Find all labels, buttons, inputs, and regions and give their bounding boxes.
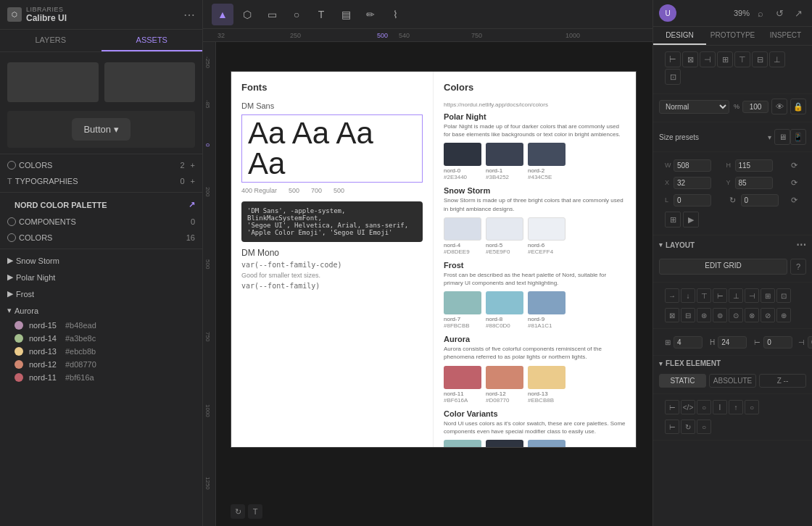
blend-mode-select[interactable]: Normal [659, 100, 729, 114]
align-btn-6[interactable]: ⊣ [745, 288, 759, 303]
pad-right-input[interactable] [808, 336, 812, 348]
polar-night-group[interactable]: ▶ Polar Night [0, 269, 202, 285]
align-top-icon[interactable]: ⊤ [734, 51, 750, 67]
y-input[interactable] [735, 177, 773, 189]
layout-section-header[interactable]: ▾ LAYOUT ⋯ [653, 235, 812, 254]
search-icon-btn[interactable]: ⌕ [753, 5, 768, 21]
tab-assets[interactable]: ASSETS [102, 30, 203, 51]
play-icon[interactable]: ▶ [683, 212, 699, 227]
typographies-section-row[interactable]: T TYPOGRAPHIES 0 + [0, 173, 202, 189]
final-btn-7[interactable]: ⊢ [665, 419, 679, 434]
flex-absolute-btn[interactable]: ABSOLUTE [709, 374, 756, 388]
edit-grid-button[interactable]: EDIT GRID [659, 259, 787, 275]
align-btn-8[interactable]: ⊡ [776, 288, 791, 303]
size-mobile-icon[interactable]: 📱 [790, 129, 806, 145]
tool-circle[interactable]: ○ [286, 4, 307, 25]
history-icon-btn[interactable]: ↺ [771, 5, 787, 21]
gap-h-input[interactable] [674, 336, 703, 348]
canvas-icon-arrows[interactable]: ↻ [231, 504, 245, 519]
grid-info-icon[interactable]: ? [790, 259, 806, 275]
frost-group[interactable]: ▶ Frost [0, 285, 202, 302]
color-item-nord14[interactable]: nord-14 #a3be8c [0, 332, 202, 345]
gap-v-input[interactable] [718, 336, 747, 348]
color-item-nord11[interactable]: nord-11 #bf616a [0, 371, 202, 384]
typographies-add-icon[interactable]: + [191, 177, 195, 185]
constrain-ratio-icon[interactable]: ⟳ [787, 159, 800, 172]
final-btn-5[interactable]: ↑ [729, 400, 743, 414]
components-section-row[interactable]: COMPONENTS 0 [0, 214, 202, 230]
align-btn-12[interactable]: ⊚ [713, 308, 727, 322]
tool-image[interactable]: ▤ [335, 4, 357, 25]
tab-inspect[interactable]: INSPECT [759, 27, 812, 45]
align-btn-9[interactable]: ⊠ [665, 308, 679, 322]
align-dist-h-icon[interactable]: ⊞ [717, 51, 733, 67]
palette-colors-section-row[interactable]: COLORS 16 [0, 230, 202, 246]
rot-input[interactable] [741, 194, 779, 206]
final-btn-9[interactable]: ○ [697, 419, 711, 434]
pad-left-input[interactable] [763, 336, 792, 348]
tab-prototype[interactable]: PROTOTYPE [706, 27, 759, 45]
align-center-v-icon[interactable]: ⊟ [752, 51, 768, 67]
tab-design[interactable]: DESIGN [653, 27, 706, 45]
h-input[interactable] [735, 159, 773, 172]
flex-static-btn[interactable]: STATIC [659, 374, 706, 388]
tab-layers[interactable]: LAYERS [0, 30, 102, 51]
snow-storm-group[interactable]: ▶ Snow Storm [0, 252, 202, 269]
expand-icon[interactable]: ⊞ [665, 212, 681, 227]
align-btn-16[interactable]: ⊕ [776, 308, 791, 322]
tool-select[interactable]: ▲ [212, 4, 233, 25]
final-btn-3[interactable]: ○ [697, 400, 711, 414]
visibility-icon[interactable]: 👁 [771, 99, 787, 114]
final-btn-1[interactable]: ⊢ [665, 400, 679, 414]
x-input[interactable] [674, 177, 711, 189]
align-btn-11[interactable]: ⊛ [697, 308, 711, 322]
colors-add-icon[interactable]: + [191, 161, 195, 170]
color-item-nord13[interactable]: nord-13 #ebcb8b [0, 345, 202, 358]
align-btn-14[interactable]: ⊗ [745, 308, 759, 322]
align-left-icon[interactable]: ⊢ [665, 51, 681, 67]
align-btn-3[interactable]: ⊤ [697, 288, 711, 303]
tool-frame[interactable]: ⬡ [236, 4, 258, 25]
align-btn-15[interactable]: ⊘ [761, 308, 775, 322]
size-desktop-icon[interactable]: 🖥 [774, 129, 790, 145]
tool-curve[interactable]: ⌇ [384, 4, 406, 25]
color-item-nord15[interactable]: nord-15 #b48ead [0, 319, 202, 332]
xy-reset-icon[interactable]: ⟳ [787, 176, 800, 189]
tool-rect[interactable]: ▭ [261, 4, 283, 25]
final-btn-2[interactable]: </> [681, 400, 695, 414]
tool-text[interactable]: T [310, 4, 332, 25]
opacity-input[interactable] [742, 101, 768, 113]
align-center-h-icon[interactable]: ⊠ [682, 51, 698, 67]
final-btn-4[interactable]: I [713, 400, 727, 414]
final-btn-8[interactable]: ↻ [681, 419, 695, 434]
align-btn-10[interactable]: ⊟ [681, 308, 695, 322]
flex-section-header[interactable]: ▾ FLEX ELEMENT [653, 356, 812, 371]
align-right-icon[interactable]: ⊣ [700, 51, 716, 67]
align-dist-v-icon[interactable]: ⊡ [665, 69, 681, 85]
layout-dots-btn[interactable]: ⋯ [796, 239, 806, 251]
tool-pen[interactable]: ✏ [360, 4, 381, 25]
lr-reset-icon[interactable]: ⟳ [787, 193, 800, 206]
canvas-icon-t[interactable]: T [248, 504, 262, 519]
align-bottom-icon[interactable]: ⊥ [769, 51, 785, 67]
lock-icon[interactable]: 🔒 [790, 99, 806, 114]
colors-section-row[interactable]: COLORS 2 + [0, 157, 202, 173]
flex-z-btn[interactable]: Z -- [759, 374, 806, 388]
w-input[interactable] [674, 159, 711, 172]
align-btn-2[interactable]: ↓ [681, 288, 695, 303]
align-btn-5[interactable]: ⊥ [729, 288, 743, 303]
aurora-group[interactable]: ▾ Aurora [0, 302, 202, 319]
align-btn-1[interactable]: → [665, 288, 679, 303]
rot-icon[interactable]: ↻ [726, 193, 740, 206]
canvas-frame[interactable]: Fonts DM Sans Aa Aa Aa Aa 400 Regular 50… [231, 71, 637, 448]
l-input[interactable] [674, 194, 711, 206]
color-item-nord12[interactable]: nord-12 #d08770 [0, 358, 202, 371]
align-btn-7[interactable]: ⊞ [761, 288, 775, 303]
size-presets-chevron[interactable]: ▾ [768, 133, 771, 141]
palette-external-link-icon[interactable]: ↗ [188, 200, 195, 209]
share-icon-btn[interactable]: ↗ [790, 5, 806, 21]
kebab-menu-button[interactable]: ⋯ [183, 8, 195, 22]
final-btn-6[interactable]: ○ [745, 400, 759, 414]
align-btn-13[interactable]: ⊙ [729, 308, 743, 322]
align-btn-4[interactable]: ⊢ [713, 288, 727, 303]
